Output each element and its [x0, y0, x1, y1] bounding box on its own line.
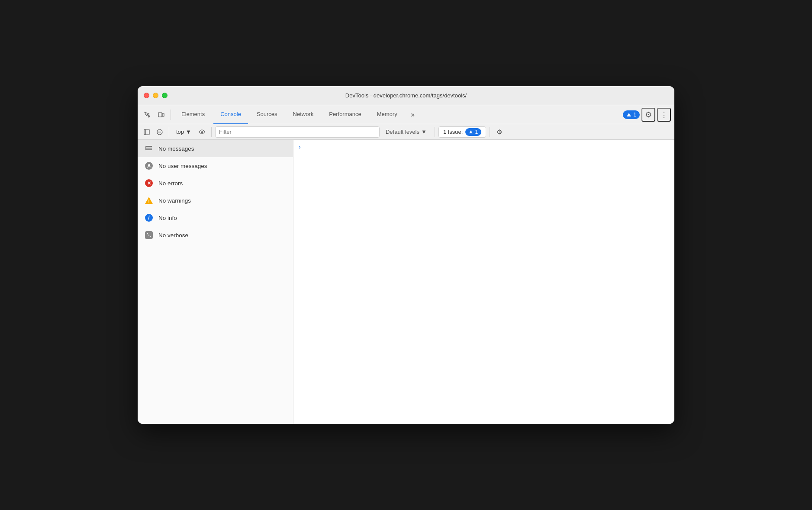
console-divider-2	[211, 127, 212, 137]
maximize-button[interactable]	[162, 93, 168, 98]
user-icon	[145, 161, 153, 170]
close-button[interactable]	[144, 93, 149, 98]
more-options-icon[interactable]: ⋮	[657, 108, 671, 122]
context-selector[interactable]: top ▼	[173, 127, 195, 136]
sidebar-item-no-messages[interactable]: No messages	[138, 140, 293, 157]
sidebar-item-no-user-messages[interactable]: No user messages	[138, 157, 293, 174]
info-icon: i	[145, 213, 153, 222]
svg-rect-1	[162, 113, 164, 116]
tab-sources[interactable]: Sources	[250, 105, 284, 124]
traffic-lights	[144, 93, 168, 98]
issue-count-button[interactable]: 1 Issue: 1	[438, 126, 486, 138]
list-icon	[145, 144, 153, 153]
no-verbose-label: No verbose	[158, 232, 188, 239]
svg-point-11	[148, 164, 150, 166]
error-icon: ✕	[145, 179, 153, 187]
minimize-button[interactable]	[153, 93, 158, 98]
tab-network[interactable]: Network	[286, 105, 321, 124]
no-messages-label: No messages	[158, 145, 194, 152]
sidebar-item-no-verbose[interactable]: No verbose	[138, 226, 293, 244]
no-warnings-label: No warnings	[158, 197, 191, 204]
svg-point-15	[150, 236, 151, 237]
console-settings-icon[interactable]: ⚙	[493, 126, 505, 138]
console-content: No messages No user messages ✕	[138, 140, 674, 424]
clear-console-icon[interactable]	[154, 126, 165, 138]
verbose-icon	[145, 231, 153, 239]
sidebar-toggle-icon[interactable]	[141, 126, 152, 138]
console-sidebar: No messages No user messages ✕	[138, 140, 293, 424]
svg-rect-2	[144, 129, 149, 135]
issue-badge[interactable]: 1	[623, 110, 640, 119]
toolbar-right: 1 ⚙ ⋮	[623, 108, 671, 122]
tab-memory[interactable]: Memory	[370, 105, 404, 124]
devtools-window: DevTools - developer.chrome.com/tags/dev…	[138, 86, 674, 424]
title-bar: DevTools - developer.chrome.com/tags/dev…	[138, 86, 674, 105]
more-tabs-icon[interactable]: »	[407, 109, 419, 121]
tab-console[interactable]: Console	[213, 105, 248, 124]
sidebar-item-no-errors[interactable]: ✕ No errors	[138, 174, 293, 192]
main-toolbar: Elements Console Sources Network Perform…	[138, 105, 674, 124]
dropdown-arrow-icon: ▼	[186, 129, 191, 135]
svg-rect-0	[158, 113, 162, 117]
console-divider-1	[169, 127, 169, 137]
issue-badge-count: 1	[633, 112, 636, 118]
no-info-label: No info	[158, 215, 177, 221]
svg-point-6	[201, 131, 203, 133]
no-errors-label: No errors	[158, 180, 183, 187]
inspect-icon[interactable]	[141, 109, 153, 121]
eye-icon[interactable]	[197, 126, 208, 138]
svg-point-13	[147, 233, 148, 234]
issue-count-badge: 1	[465, 128, 481, 136]
settings-icon[interactable]: ⚙	[641, 108, 655, 122]
levels-dropdown-icon: ▼	[421, 129, 427, 135]
window-title: DevTools - developer.chrome.com/tags/dev…	[345, 92, 467, 99]
default-levels-button[interactable]: Default levels ▼	[381, 127, 431, 136]
console-prompt[interactable]: ›	[299, 143, 669, 150]
device-toggle-icon[interactable]	[155, 109, 167, 121]
sidebar-item-no-info[interactable]: i No info	[138, 209, 293, 226]
svg-text:!: !	[148, 199, 150, 204]
warning-icon: !	[145, 196, 153, 205]
main-console-area[interactable]: ›	[293, 140, 674, 424]
console-divider-4	[490, 127, 490, 137]
svg-point-14	[148, 235, 149, 236]
tab-elements[interactable]: Elements	[174, 105, 212, 124]
no-user-messages-label: No user messages	[158, 163, 207, 169]
console-toolbar: top ▼ Default levels ▼ 1 Issue: 1	[138, 124, 674, 140]
chevron-right-icon: ›	[299, 143, 301, 150]
filter-input[interactable]	[215, 126, 380, 138]
console-divider-3	[435, 127, 435, 137]
tab-performance[interactable]: Performance	[322, 105, 368, 124]
toolbar-divider-1	[171, 110, 171, 120]
sidebar-item-no-warnings[interactable]: ! No warnings	[138, 192, 293, 209]
